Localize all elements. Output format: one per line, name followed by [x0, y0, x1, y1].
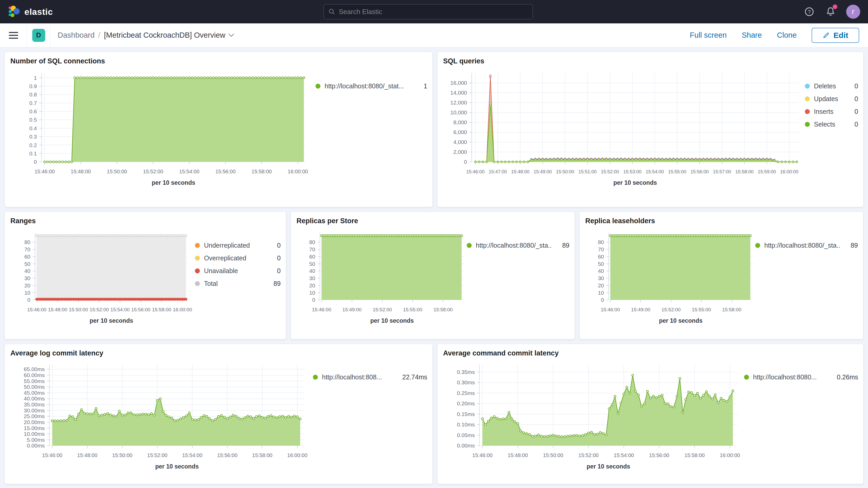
legend-item[interactable]: Inserts0 [805, 108, 858, 115]
svg-text:15:56:00: 15:56:00 [217, 452, 238, 458]
legend-item[interactable]: http://localhost:8080/_sta...89 [755, 242, 858, 249]
legend-avg-command-commit-latency: http://localhost:8080...0.26ms [744, 373, 858, 474]
alerts-bell-icon[interactable] [825, 6, 836, 18]
panel-title-avg-log-commit-latency: Average log commit latency [10, 349, 427, 357]
space-switcher[interactable]: D [27, 23, 51, 47]
legend-item[interactable]: http://localhost:808...22.74ms [313, 373, 427, 381]
svg-text:40: 40 [309, 268, 315, 274]
clone-button[interactable]: Clone [777, 31, 797, 39]
help-icon[interactable]: ? [804, 6, 815, 18]
svg-text:15:58:00: 15:58:00 [722, 307, 741, 312]
svg-text:80: 80 [24, 239, 30, 245]
panel-title-replica-leaseholders: Replica leaseholders [585, 217, 858, 225]
app-header: elastic ? r [0, 0, 868, 23]
chart-replica-leaseholders[interactable]: 8070605040302010015:46:0015:49:0015:52:0… [585, 226, 755, 328]
svg-text:15:46:00: 15:46:00 [601, 307, 620, 312]
legend-dot-icon [805, 84, 810, 89]
svg-text:0.00ms: 0.00ms [27, 443, 45, 449]
legend-item[interactable]: http://localhost:8080/_sta...89 [467, 242, 569, 249]
elastic-logo-icon [8, 5, 20, 18]
svg-text:12,000: 12,000 [451, 99, 467, 105]
legend-sql-connections: http://localhost:8080/_stat...1 [315, 82, 427, 191]
svg-text:1: 1 [34, 75, 37, 81]
page-title[interactable]: [Metricbeat CockroachDB] Overview [104, 31, 234, 39]
svg-text:15:54:00: 15:54:00 [646, 169, 664, 174]
legend-item[interactable]: Overreplicated0 [195, 254, 281, 262]
share-button[interactable]: Share [742, 31, 762, 39]
legend-item[interactable]: Updates0 [805, 95, 858, 103]
chart-ranges[interactable]: 8070605040302010015:46:0015:48:0015:50:0… [10, 226, 192, 328]
legend-item[interactable]: http://localhost:8080/_stat...1 [315, 82, 427, 90]
dashboard-toolbar: D Dashboard / [Metricbeat CockroachDB] O… [0, 23, 868, 47]
svg-text:10,000: 10,000 [451, 110, 467, 115]
legend-avg-log-commit-latency: http://localhost:808...22.74ms [313, 373, 427, 474]
svg-text:15:58:00: 15:58:00 [684, 452, 705, 458]
legend-item[interactable]: http://localhost:8080...0.26ms [744, 373, 858, 381]
legend-dot-icon [744, 375, 749, 379]
user-avatar[interactable]: r [846, 5, 860, 19]
panel-title-avg-command-commit-latency: Average command commit latency [443, 349, 858, 357]
svg-text:15:56:00: 15:56:00 [690, 169, 709, 174]
legend-item[interactable]: Unavailable0 [195, 267, 281, 275]
svg-text:10.00ms: 10.00ms [24, 431, 45, 437]
svg-text:0.6: 0.6 [29, 109, 37, 114]
svg-text:15:49:00: 15:49:00 [342, 307, 362, 312]
legend-item[interactable]: Deletes0 [805, 82, 858, 90]
svg-text:10: 10 [598, 290, 604, 296]
breadcrumb-dashboard-link[interactable]: Dashboard [58, 31, 95, 39]
chart-replicas-per-store[interactable]: 8070605040302010015:46:0015:49:0015:52:0… [297, 226, 467, 328]
legend-value: 89 [844, 242, 858, 249]
svg-text:0.30ms: 0.30ms [457, 379, 475, 385]
legend-dot-icon [805, 122, 810, 127]
svg-text:60: 60 [598, 254, 604, 260]
grid-row-3: Average log commit latency65.00ms60.00ms… [4, 344, 864, 484]
svg-text:30: 30 [598, 275, 604, 281]
legend-item[interactable]: Selects0 [805, 121, 858, 128]
chevron-down-icon [228, 33, 234, 37]
svg-text:16:00:00: 16:00:00 [288, 169, 308, 174]
legend-item[interactable]: Underreplicated0 [195, 242, 281, 249]
svg-text:15:46:00: 15:46:00 [312, 307, 331, 312]
svg-text:35.00ms: 35.00ms [24, 401, 45, 407]
chart-avg-log-commit-latency[interactable]: 65.00ms60.00ms55.00ms50.00ms45.00ms40.00… [10, 358, 312, 474]
elastic-logo[interactable]: elastic [8, 5, 53, 18]
svg-text:15:54:00: 15:54:00 [182, 452, 203, 458]
svg-text:15:52:00: 15:52:00 [373, 307, 392, 312]
svg-text:0.00ms: 0.00ms [457, 443, 475, 449]
svg-text:55.00ms: 55.00ms [24, 378, 45, 384]
svg-text:15:48:00: 15:48:00 [507, 452, 528, 458]
legend-item[interactable]: Total89 [195, 280, 281, 287]
svg-text:15:46:00: 15:46:00 [472, 452, 493, 458]
global-search[interactable] [323, 4, 533, 19]
edit-button[interactable]: Edit [812, 28, 859, 43]
svg-text:0.2: 0.2 [29, 142, 37, 148]
chart-sql-connections[interactable]: 10.90.80.70.60.50.40.30.20.1015:46:0015:… [10, 66, 312, 191]
legend-label: Total [204, 280, 218, 287]
svg-text:0.4: 0.4 [29, 125, 37, 131]
edit-button-label: Edit [833, 31, 848, 40]
chart-sql-queries[interactable]: 16,00014,00012,00010,0008,0006,0004,0002… [443, 66, 804, 191]
full-screen-button[interactable]: Full screen [690, 31, 726, 39]
breadcrumb: Dashboard / [Metricbeat CockroachDB] Ove… [58, 31, 234, 39]
logo-wordmark: elastic [24, 7, 53, 17]
search-input[interactable] [339, 8, 528, 16]
grid-row-1: Number of SQL connections10.90.80.70.60.… [4, 52, 864, 207]
svg-text:15:52:00: 15:52:00 [143, 169, 163, 174]
svg-text:15:55:00: 15:55:00 [403, 307, 422, 312]
svg-text:per 10 seconds: per 10 seconds [155, 463, 198, 470]
svg-text:40: 40 [598, 268, 604, 274]
chart-avg-command-commit-latency[interactable]: 0.35ms0.30ms0.25ms0.20ms0.15ms0.10ms0.05… [443, 358, 744, 474]
svg-text:15:58:00: 15:58:00 [152, 307, 171, 312]
legend-dot-icon [313, 375, 318, 379]
svg-text:15:58:00: 15:58:00 [252, 169, 272, 174]
svg-text:0.5: 0.5 [29, 117, 37, 123]
svg-text:30: 30 [309, 275, 315, 281]
svg-text:25.00ms: 25.00ms [24, 413, 45, 419]
svg-text:?: ? [808, 9, 811, 15]
svg-text:60.00ms: 60.00ms [24, 372, 45, 378]
svg-text:8,000: 8,000 [453, 119, 467, 125]
legend-dot-icon [805, 96, 810, 101]
svg-text:2,000: 2,000 [453, 149, 467, 155]
svg-text:30: 30 [24, 275, 30, 281]
nav-menu-button[interactable] [0, 23, 27, 47]
